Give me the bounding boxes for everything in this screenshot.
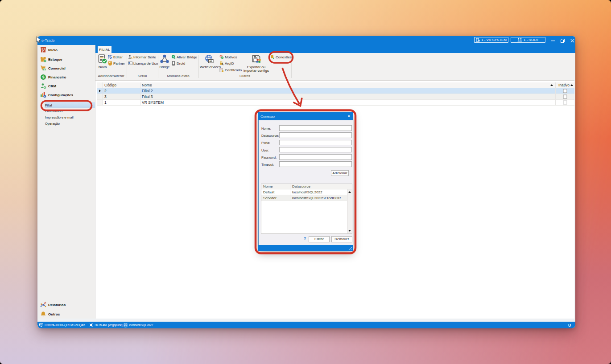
connection-row-default[interactable]: Default localhost\SQL2022 (261, 189, 352, 195)
input-nome[interactable] (279, 125, 352, 131)
grid-row-filial2[interactable]: 2 Filial 2 (97, 88, 574, 94)
bridge-button[interactable]: Bridge (158, 54, 171, 73)
remover-button[interactable]: Remover (331, 236, 352, 242)
close-button[interactable] (567, 36, 575, 45)
conexao-dialog: Conexao Nome: Datasource: Porta: User: P… (258, 112, 353, 251)
cell-inativo[interactable] (556, 94, 574, 99)
mouse-cursor (36, 37, 41, 44)
certificado-button[interactable]: Certificado (219, 67, 242, 73)
dgrid-cell-datasource[interactable]: localhost\SQL2022 (290, 189, 347, 195)
ribbon: Nova Editar Partner Adicionar/ (95, 53, 574, 81)
sidebar-item-label: Financeiro (48, 75, 66, 79)
exportar-importar-button[interactable]: Exportar ouimportar configs (244, 54, 269, 73)
inativo-checkbox[interactable] (563, 89, 567, 93)
grid-corner-cell[interactable] (97, 82, 103, 88)
company-button[interactable]: 1 - VR SYSTEM (474, 37, 508, 43)
grid-row-vrsystem[interactable]: 1 VR SYSTEM (97, 100, 574, 106)
minimize-button[interactable] (548, 36, 557, 45)
scroll-down-icon[interactable] (348, 230, 351, 232)
grid-row-filial3[interactable]: 3 Filial 3 (97, 94, 574, 100)
cell-nome[interactable]: Filial 2 (140, 88, 556, 94)
grid-header-inativo[interactable]: Inativo (556, 82, 574, 88)
input-password[interactable] (279, 154, 352, 160)
sidebar-item-label: Outros (48, 312, 60, 316)
motivos-button[interactable]: Motivos (219, 54, 237, 60)
sidebar-item-configuracoes[interactable]: Configurações (38, 90, 95, 99)
tab-filial-label: FILIAL (99, 48, 110, 52)
webservices-button[interactable]: ab WebServices (200, 54, 219, 73)
filial-grid: Código Nome Inativo 2 Filial 2 (97, 82, 574, 106)
tab-filial[interactable]: FILIAL (98, 46, 111, 53)
input-datasource[interactable] (279, 132, 352, 138)
droid-button-label: Droid (177, 61, 185, 65)
restore-icon (561, 39, 565, 43)
resize-grip-icon[interactable] (349, 247, 352, 250)
dgrid-header-nome[interactable]: Nome (261, 184, 290, 189)
update-icon[interactable]: U (568, 322, 571, 328)
cell-codigo[interactable]: 1 (103, 100, 140, 105)
sidebar-item-outros[interactable]: Outros (38, 310, 95, 319)
machine-name: CRXPA-10001-QREMT-5HQA5 (45, 323, 85, 327)
cell-nome[interactable]: VR SYSTEM (140, 100, 556, 105)
input-porta[interactable] (279, 140, 352, 146)
restore-button[interactable] (557, 36, 567, 45)
sidebar-item-estoque[interactable]: Estoque (38, 55, 95, 63)
cell-codigo[interactable]: 3 (103, 94, 140, 99)
ativar-bridge-button[interactable]: Ativar Bridge (171, 54, 197, 60)
connections-grid: Nome Datasource Default localhost\SQL202… (261, 184, 352, 234)
editar-button-label: Editar (113, 55, 123, 59)
sidebar-item-operacao[interactable]: Operação (38, 121, 95, 127)
cell-inativo[interactable] (556, 88, 574, 94)
droid-button[interactable]: Droid (171, 61, 185, 66)
editar-dialog-button[interactable]: Editar (309, 236, 330, 242)
nova-button[interactable]: Nova (97, 54, 108, 73)
cell-inativo[interactable] (556, 100, 574, 105)
inativo-checkbox[interactable] (563, 101, 567, 105)
sidebar-item-relatorios[interactable]: Relatórios (38, 301, 95, 309)
licenca-uso-button[interactable]: Licença de Uso (128, 61, 158, 66)
input-user[interactable] (279, 147, 352, 153)
dgrid-header-datasource[interactable]: Datasource (290, 184, 347, 189)
sidebar-item-comercial[interactable]: $ Comercial (38, 64, 95, 72)
dgrid-cell-datasource[interactable]: localhost\SQL2022SERVIDOR (290, 195, 347, 200)
bug-icon (89, 323, 93, 327)
building-icon (476, 38, 480, 42)
conexoes-button[interactable]: Conexões (270, 54, 292, 60)
ribbon-group-label: Outros (198, 74, 291, 78)
dialog-close-icon[interactable] (347, 114, 351, 118)
connection-row-servidor[interactable]: Servidor localhost\SQL2022SERVIDOR (261, 195, 352, 201)
dgrid-cell-nome[interactable]: Default (261, 189, 290, 195)
adicionar-button[interactable]: Adicionar (331, 170, 349, 176)
vertical-scrollbar[interactable] (347, 189, 352, 233)
sidebar-item-financeiro[interactable]: $ Financeiro (38, 73, 95, 81)
database-plus-icon (270, 55, 275, 59)
sidebar-item-crm[interactable]: CRM (38, 82, 95, 90)
arqid-button[interactable]: ArqID (219, 61, 234, 66)
informar-serie-button[interactable]: Informar Série (128, 54, 156, 60)
scroll-up-icon[interactable] (348, 191, 351, 193)
lock-key-icon (219, 61, 224, 65)
statusbar-machine: CRXPA-10001-QREMT-5HQA5 (39, 322, 85, 328)
motivos-icon (219, 55, 224, 59)
sidebar-item-label: Inicio (48, 48, 58, 52)
input-timeout[interactable] (279, 161, 352, 167)
cell-nome[interactable]: Filial 3 (140, 94, 556, 99)
help-link[interactable]: ? (304, 236, 306, 241)
partner-button[interactable]: Partner (108, 61, 125, 66)
minimize-icon (551, 39, 555, 43)
dialog-titlebar[interactable]: Conexao (258, 112, 353, 120)
editar-button[interactable]: Editar (108, 54, 123, 60)
grid-header-codigo[interactable]: Código (103, 82, 140, 88)
dgrid-cell-nome[interactable]: Servidor (261, 195, 290, 200)
sort-ascending-icon (550, 84, 553, 86)
sidebar-item-filial[interactable]: Filial (38, 102, 95, 108)
cell-codigo[interactable]: 2 (103, 88, 140, 94)
user-button[interactable]: 1 - ROOT (511, 37, 545, 43)
inativo-checkbox[interactable] (563, 94, 567, 98)
grid-header-nome[interactable]: Nome (140, 82, 556, 88)
sidebar-item-inicio[interactable]: Inicio (38, 45, 95, 54)
sidebar-item-impressao[interactable]: Impressão e e-mail (38, 115, 95, 120)
titlebar[interactable]: e-Trade 1 - VR SYSTEM 1 - ROOT (37, 36, 575, 45)
phone-icon (171, 61, 176, 65)
sidebar-item-funcionario[interactable]: Funcionário (38, 108, 95, 114)
